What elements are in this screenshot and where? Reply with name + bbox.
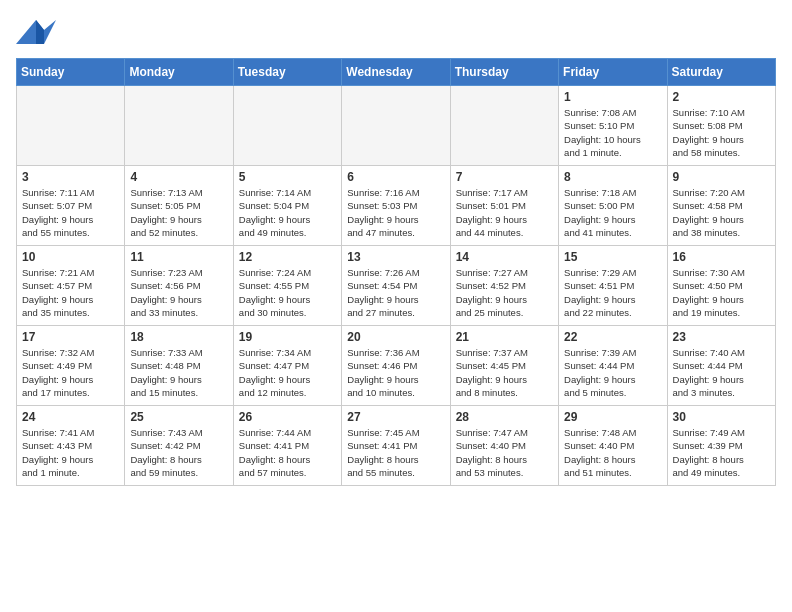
- day-number: 30: [673, 410, 770, 424]
- day-info: Sunrise: 7:14 AM Sunset: 5:04 PM Dayligh…: [239, 186, 336, 239]
- day-number: 8: [564, 170, 661, 184]
- day-number: 7: [456, 170, 553, 184]
- day-info: Sunrise: 7:29 AM Sunset: 4:51 PM Dayligh…: [564, 266, 661, 319]
- day-number: 1: [564, 90, 661, 104]
- calendar-cell: 30Sunrise: 7:49 AM Sunset: 4:39 PM Dayli…: [667, 406, 775, 486]
- day-info: Sunrise: 7:48 AM Sunset: 4:40 PM Dayligh…: [564, 426, 661, 479]
- day-number: 2: [673, 90, 770, 104]
- day-info: Sunrise: 7:33 AM Sunset: 4:48 PM Dayligh…: [130, 346, 227, 399]
- day-number: 27: [347, 410, 444, 424]
- calendar-cell: 8Sunrise: 7:18 AM Sunset: 5:00 PM Daylig…: [559, 166, 667, 246]
- day-info: Sunrise: 7:36 AM Sunset: 4:46 PM Dayligh…: [347, 346, 444, 399]
- calendar-week-2: 3Sunrise: 7:11 AM Sunset: 5:07 PM Daylig…: [17, 166, 776, 246]
- day-number: 12: [239, 250, 336, 264]
- calendar-cell: 12Sunrise: 7:24 AM Sunset: 4:55 PM Dayli…: [233, 246, 341, 326]
- calendar-cell: 29Sunrise: 7:48 AM Sunset: 4:40 PM Dayli…: [559, 406, 667, 486]
- calendar-cell: 28Sunrise: 7:47 AM Sunset: 4:40 PM Dayli…: [450, 406, 558, 486]
- calendar-cell: [233, 86, 341, 166]
- day-number: 17: [22, 330, 119, 344]
- calendar-header: SundayMondayTuesdayWednesdayThursdayFrid…: [17, 59, 776, 86]
- day-number: 20: [347, 330, 444, 344]
- day-number: 10: [22, 250, 119, 264]
- calendar-cell: [17, 86, 125, 166]
- day-number: 3: [22, 170, 119, 184]
- day-number: 25: [130, 410, 227, 424]
- day-info: Sunrise: 7:40 AM Sunset: 4:44 PM Dayligh…: [673, 346, 770, 399]
- day-info: Sunrise: 7:44 AM Sunset: 4:41 PM Dayligh…: [239, 426, 336, 479]
- weekday-header-sunday: Sunday: [17, 59, 125, 86]
- calendar-cell: 9Sunrise: 7:20 AM Sunset: 4:58 PM Daylig…: [667, 166, 775, 246]
- day-number: 19: [239, 330, 336, 344]
- day-info: Sunrise: 7:20 AM Sunset: 4:58 PM Dayligh…: [673, 186, 770, 239]
- day-info: Sunrise: 7:11 AM Sunset: 5:07 PM Dayligh…: [22, 186, 119, 239]
- day-number: 13: [347, 250, 444, 264]
- calendar-cell: 22Sunrise: 7:39 AM Sunset: 4:44 PM Dayli…: [559, 326, 667, 406]
- calendar-cell: 25Sunrise: 7:43 AM Sunset: 4:42 PM Dayli…: [125, 406, 233, 486]
- day-number: 29: [564, 410, 661, 424]
- calendar-cell: 6Sunrise: 7:16 AM Sunset: 5:03 PM Daylig…: [342, 166, 450, 246]
- day-number: 23: [673, 330, 770, 344]
- day-number: 16: [673, 250, 770, 264]
- day-info: Sunrise: 7:27 AM Sunset: 4:52 PM Dayligh…: [456, 266, 553, 319]
- calendar-cell: [342, 86, 450, 166]
- day-info: Sunrise: 7:23 AM Sunset: 4:56 PM Dayligh…: [130, 266, 227, 319]
- day-number: 5: [239, 170, 336, 184]
- calendar-week-1: 1Sunrise: 7:08 AM Sunset: 5:10 PM Daylig…: [17, 86, 776, 166]
- weekday-header-thursday: Thursday: [450, 59, 558, 86]
- calendar-cell: 19Sunrise: 7:34 AM Sunset: 4:47 PM Dayli…: [233, 326, 341, 406]
- calendar-cell: 15Sunrise: 7:29 AM Sunset: 4:51 PM Dayli…: [559, 246, 667, 326]
- day-info: Sunrise: 7:45 AM Sunset: 4:41 PM Dayligh…: [347, 426, 444, 479]
- calendar-cell: 3Sunrise: 7:11 AM Sunset: 5:07 PM Daylig…: [17, 166, 125, 246]
- weekday-header-friday: Friday: [559, 59, 667, 86]
- day-number: 11: [130, 250, 227, 264]
- calendar-week-5: 24Sunrise: 7:41 AM Sunset: 4:43 PM Dayli…: [17, 406, 776, 486]
- calendar-cell: 1Sunrise: 7:08 AM Sunset: 5:10 PM Daylig…: [559, 86, 667, 166]
- day-number: 22: [564, 330, 661, 344]
- logo: [16, 16, 62, 50]
- day-info: Sunrise: 7:08 AM Sunset: 5:10 PM Dayligh…: [564, 106, 661, 159]
- calendar-week-4: 17Sunrise: 7:32 AM Sunset: 4:49 PM Dayli…: [17, 326, 776, 406]
- day-info: Sunrise: 7:41 AM Sunset: 4:43 PM Dayligh…: [22, 426, 119, 479]
- weekday-header-monday: Monday: [125, 59, 233, 86]
- calendar-cell: [125, 86, 233, 166]
- calendar-cell: 2Sunrise: 7:10 AM Sunset: 5:08 PM Daylig…: [667, 86, 775, 166]
- day-info: Sunrise: 7:47 AM Sunset: 4:40 PM Dayligh…: [456, 426, 553, 479]
- day-info: Sunrise: 7:43 AM Sunset: 4:42 PM Dayligh…: [130, 426, 227, 479]
- day-info: Sunrise: 7:30 AM Sunset: 4:50 PM Dayligh…: [673, 266, 770, 319]
- calendar-cell: 17Sunrise: 7:32 AM Sunset: 4:49 PM Dayli…: [17, 326, 125, 406]
- day-info: Sunrise: 7:17 AM Sunset: 5:01 PM Dayligh…: [456, 186, 553, 239]
- day-number: 6: [347, 170, 444, 184]
- calendar-cell: 13Sunrise: 7:26 AM Sunset: 4:54 PM Dayli…: [342, 246, 450, 326]
- day-number: 28: [456, 410, 553, 424]
- day-number: 18: [130, 330, 227, 344]
- day-number: 21: [456, 330, 553, 344]
- day-info: Sunrise: 7:39 AM Sunset: 4:44 PM Dayligh…: [564, 346, 661, 399]
- calendar-cell: 5Sunrise: 7:14 AM Sunset: 5:04 PM Daylig…: [233, 166, 341, 246]
- calendar-cell: 20Sunrise: 7:36 AM Sunset: 4:46 PM Dayli…: [342, 326, 450, 406]
- svg-marker-1: [36, 20, 44, 44]
- calendar-week-3: 10Sunrise: 7:21 AM Sunset: 4:57 PM Dayli…: [17, 246, 776, 326]
- calendar-cell: 26Sunrise: 7:44 AM Sunset: 4:41 PM Dayli…: [233, 406, 341, 486]
- calendar-cell: 21Sunrise: 7:37 AM Sunset: 4:45 PM Dayli…: [450, 326, 558, 406]
- day-number: 14: [456, 250, 553, 264]
- calendar-cell: 7Sunrise: 7:17 AM Sunset: 5:01 PM Daylig…: [450, 166, 558, 246]
- calendar-cell: 23Sunrise: 7:40 AM Sunset: 4:44 PM Dayli…: [667, 326, 775, 406]
- day-info: Sunrise: 7:16 AM Sunset: 5:03 PM Dayligh…: [347, 186, 444, 239]
- calendar-cell: 4Sunrise: 7:13 AM Sunset: 5:05 PM Daylig…: [125, 166, 233, 246]
- calendar-cell: 27Sunrise: 7:45 AM Sunset: 4:41 PM Dayli…: [342, 406, 450, 486]
- weekday-header-tuesday: Tuesday: [233, 59, 341, 86]
- calendar-cell: 24Sunrise: 7:41 AM Sunset: 4:43 PM Dayli…: [17, 406, 125, 486]
- weekday-header-wednesday: Wednesday: [342, 59, 450, 86]
- page-header: [16, 16, 776, 50]
- calendar-cell: [450, 86, 558, 166]
- logo-icon: [16, 16, 56, 50]
- day-number: 4: [130, 170, 227, 184]
- day-info: Sunrise: 7:34 AM Sunset: 4:47 PM Dayligh…: [239, 346, 336, 399]
- day-info: Sunrise: 7:18 AM Sunset: 5:00 PM Dayligh…: [564, 186, 661, 239]
- calendar-cell: 11Sunrise: 7:23 AM Sunset: 4:56 PM Dayli…: [125, 246, 233, 326]
- calendar-body: 1Sunrise: 7:08 AM Sunset: 5:10 PM Daylig…: [17, 86, 776, 486]
- day-info: Sunrise: 7:26 AM Sunset: 4:54 PM Dayligh…: [347, 266, 444, 319]
- calendar-cell: 14Sunrise: 7:27 AM Sunset: 4:52 PM Dayli…: [450, 246, 558, 326]
- day-info: Sunrise: 7:32 AM Sunset: 4:49 PM Dayligh…: [22, 346, 119, 399]
- day-number: 24: [22, 410, 119, 424]
